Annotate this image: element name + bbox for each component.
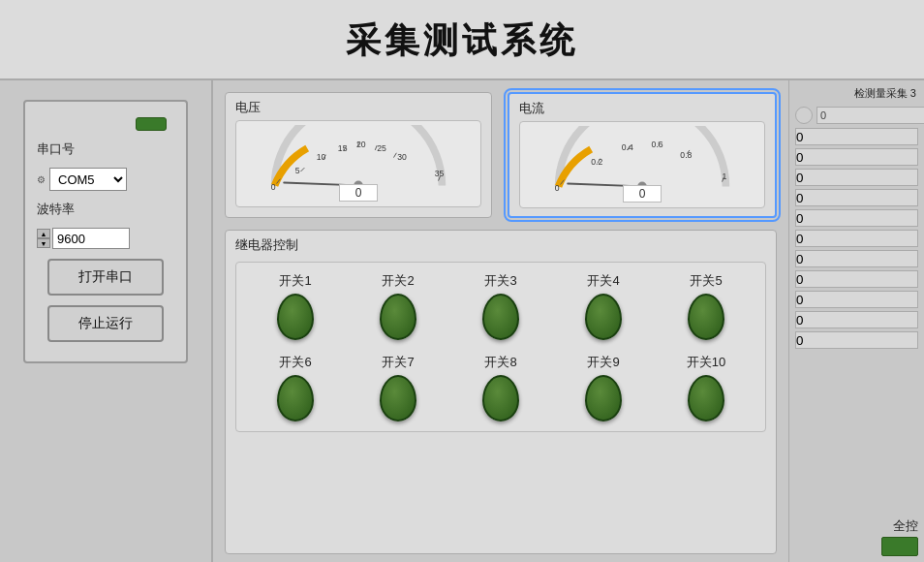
sidebar-input-0[interactable]	[795, 128, 918, 145]
relay-btn-4[interactable]	[585, 294, 622, 340]
voltage-panel: 电压 0 5 10 15 20 2	[225, 92, 492, 218]
left-inner-panel: 串口号 ⚙ COM5 COM1 COM2 COM3 COM4 波特率 ▲	[23, 100, 188, 363]
page-title: 采集测试系统	[346, 20, 578, 60]
sidebar-input-9[interactable]	[795, 311, 918, 328]
relay-label-1: 开关1	[279, 272, 311, 290]
sidebar-input-4[interactable]	[795, 209, 918, 227]
stop-run-button[interactable]: 停止运行	[47, 305, 164, 342]
relay-label-8: 开关8	[484, 354, 516, 371]
svg-text:0.8: 0.8	[680, 150, 692, 160]
sidebar-input-5[interactable]	[795, 230, 918, 247]
com-select[interactable]: COM5 COM1 COM2 COM3 COM4	[49, 168, 127, 191]
relay-label-3: 开关3	[484, 272, 516, 290]
sidebar-input-6[interactable]	[795, 250, 918, 267]
svg-text:25: 25	[377, 143, 386, 153]
baud-input[interactable]	[52, 228, 130, 249]
right-sidebar: 检测量采集 3 全控	[788, 80, 924, 562]
relay-btn-6[interactable]	[277, 375, 314, 422]
baud-label: 波特率	[37, 201, 75, 218]
baud-down-btn[interactable]: ▼	[37, 238, 50, 248]
relay-label-10: 开关10	[687, 354, 725, 371]
relay-item-5: 开关5	[672, 272, 740, 340]
svg-text:0.2: 0.2	[591, 157, 602, 167]
svg-text:0: 0	[271, 182, 276, 192]
relay-row-2: 开关6 开关7 开关8 开关9	[244, 354, 757, 422]
sidebar-input-8[interactable]	[795, 291, 918, 308]
svg-text:0.6: 0.6	[652, 140, 663, 149]
relay-label-4: 开关4	[587, 272, 619, 290]
voltage-body: 0 5 10 15 20 25 30 35	[235, 120, 481, 207]
svg-line-9	[300, 168, 304, 172]
sidebar-input-10[interactable]	[795, 331, 918, 349]
com-select-wrapper: ⚙ COM5 COM1 COM2 COM3 COM4	[37, 168, 127, 191]
relay-item-2: 开关2	[364, 272, 432, 340]
sidebar-circle	[795, 107, 813, 124]
relay-btn-10[interactable]	[688, 375, 724, 422]
relay-item-6: 开关6	[262, 354, 329, 422]
relay-item-9: 开关9	[570, 354, 637, 422]
relay-label-2: 开关2	[382, 272, 414, 290]
sidebar-input-1[interactable]	[795, 148, 918, 166]
voltage-value: 0	[339, 184, 378, 202]
led-indicator	[136, 117, 167, 131]
relay-item-8: 开关8	[467, 354, 535, 422]
relay-item-4: 开关4	[570, 272, 637, 340]
relay-btn-8[interactable]	[482, 375, 519, 422]
current-body: 0 0.2 0.4 0.6 0.8 1	[519, 121, 765, 208]
relay-label-7: 开关7	[382, 354, 414, 371]
relay-item-3: 开关3	[467, 272, 535, 340]
relay-btn-2[interactable]	[380, 294, 416, 340]
sidebar-title: 检测量采集 3	[795, 86, 918, 101]
baud-up-btn[interactable]: ▲	[37, 229, 50, 238]
sidebar-top-input[interactable]	[816, 107, 924, 124]
sidebar-input-3[interactable]	[795, 189, 918, 206]
svg-text:5: 5	[295, 166, 300, 175]
relay-btn-1[interactable]	[277, 294, 314, 340]
svg-line-14	[393, 153, 396, 158]
quanjie-label: 全控	[893, 517, 918, 535]
gauges-row: 电压 0 5 10 15 20 2	[225, 92, 777, 218]
quanjie-button[interactable]	[881, 537, 918, 556]
svg-text:35: 35	[435, 169, 445, 178]
svg-text:0.4: 0.4	[622, 142, 633, 152]
relay-panel: 继电器控制 开关1 开关2 开关3	[225, 230, 777, 554]
relay-label-5: 开关5	[690, 272, 722, 290]
svg-text:30: 30	[397, 152, 407, 162]
relay-label-9: 开关9	[587, 354, 619, 371]
relay-inner: 开关1 开关2 开关3 开关4	[235, 262, 766, 432]
relay-btn-3[interactable]	[482, 294, 519, 340]
sidebar-input-7[interactable]	[795, 270, 918, 288]
open-serial-button[interactable]: 打开串口	[47, 259, 164, 296]
left-panel: 串口号 ⚙ COM5 COM1 COM2 COM3 COM4 波特率 ▲	[0, 80, 213, 562]
relay-title: 继电器控制	[235, 236, 766, 254]
current-panel: 电流 0 0.2 0.4 0.6 0.8	[508, 92, 777, 218]
com-icon: ⚙	[37, 174, 46, 185]
relay-btn-7[interactable]	[380, 375, 416, 422]
voltage-title: 电压	[235, 99, 481, 116]
relay-label-6: 开关6	[279, 354, 311, 371]
sidebar-input-2[interactable]	[795, 169, 918, 186]
relay-row-1: 开关1 开关2 开关3 开关4	[244, 272, 757, 340]
baud-wrapper: ▲ ▼	[37, 228, 130, 249]
svg-text:0: 0	[555, 183, 560, 193]
sidebar-row-top	[795, 107, 918, 124]
sidebar-inputs-list	[795, 128, 918, 510]
relay-item-7: 开关7	[364, 354, 432, 422]
relay-btn-9[interactable]	[585, 375, 622, 422]
relay-item-1: 开关1	[262, 272, 329, 340]
relay-item-10: 开关10	[672, 354, 740, 422]
current-value: 0	[623, 185, 662, 203]
title-section: 采集测试系统	[0, 0, 924, 80]
relay-btn-5[interactable]	[688, 294, 724, 340]
svg-text:15: 15	[338, 143, 348, 153]
right-content: 电压 0 5 10 15 20 2	[213, 80, 788, 562]
baud-spinners[interactable]: ▲ ▼	[37, 229, 50, 248]
serial-label: 串口号	[37, 140, 75, 158]
current-title: 电流	[519, 100, 765, 117]
